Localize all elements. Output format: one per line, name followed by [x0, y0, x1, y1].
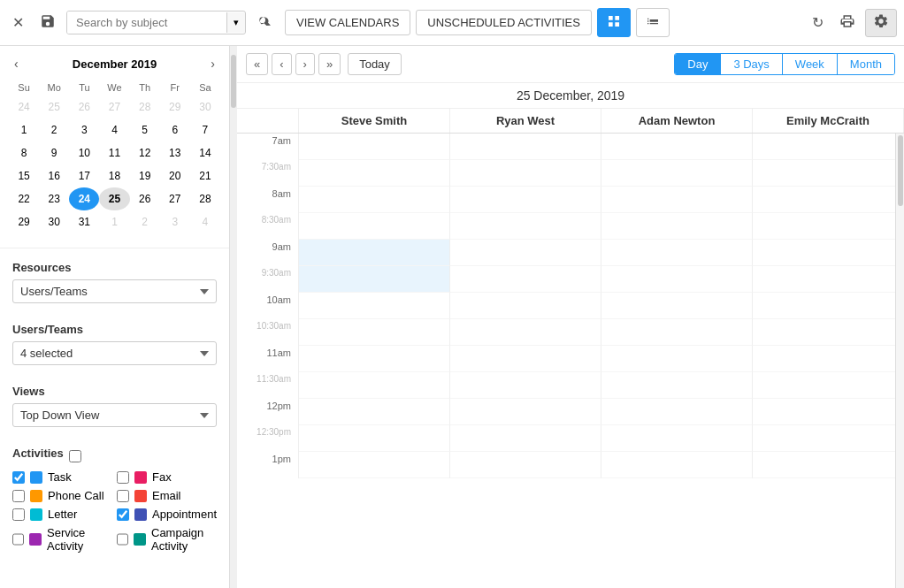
activity-checkbox[interactable]: [12, 533, 24, 546]
mini-cal-day-cell[interactable]: 9: [39, 141, 69, 164]
cal-time-cell[interactable]: [299, 266, 450, 293]
grid-view-button[interactable]: [597, 8, 631, 37]
cal-time-cell[interactable]: [753, 240, 904, 266]
activity-checkbox[interactable]: [117, 508, 129, 521]
cal-time-cell[interactable]: [299, 187, 450, 213]
mini-cal-day-cell[interactable]: 27: [160, 187, 190, 210]
cal-time-cell[interactable]: [753, 399, 904, 425]
mini-cal-day-cell[interactable]: 13: [160, 141, 190, 164]
search-dropdown-button[interactable]: ▾: [226, 12, 245, 33]
cal-time-cell[interactable]: [299, 372, 450, 399]
cal-prev-button[interactable]: ‹: [272, 53, 291, 75]
mini-cal-day-cell[interactable]: 18: [99, 164, 129, 187]
close-button[interactable]: ✕: [7, 11, 29, 34]
cal-time-cell[interactable]: [753, 372, 904, 399]
cal-time-cell[interactable]: [450, 425, 601, 452]
cal-time-cell[interactable]: [450, 452, 601, 478]
cal-last-button[interactable]: »: [318, 53, 341, 75]
cal-time-cell[interactable]: [753, 160, 904, 187]
cal-time-cell[interactable]: [601, 134, 753, 160]
search-input[interactable]: [67, 11, 226, 34]
cal-time-cell[interactable]: [601, 266, 753, 293]
cal-time-cell[interactable]: [601, 213, 753, 240]
cal-time-cell[interactable]: [299, 293, 450, 319]
search-icon-button[interactable]: [251, 10, 280, 35]
settings-button[interactable]: [865, 9, 897, 37]
cal-time-cell[interactable]: [601, 160, 753, 187]
mini-cal-day-cell[interactable]: 1: [99, 210, 129, 233]
cal-time-cell[interactable]: [753, 319, 904, 346]
cal-time-cell[interactable]: [601, 293, 753, 319]
cal-time-cell[interactable]: [450, 134, 601, 160]
mini-cal-day-cell[interactable]: 3: [69, 118, 99, 141]
mini-cal-day-cell[interactable]: 29: [9, 210, 39, 233]
activity-checkbox[interactable]: [117, 533, 128, 546]
cal-time-cell[interactable]: [450, 372, 601, 399]
cal-time-cell[interactable]: [450, 160, 601, 187]
print-button[interactable]: [833, 9, 862, 37]
refresh-button[interactable]: ↻: [806, 10, 830, 35]
cal-time-cell[interactable]: [753, 425, 904, 452]
mini-cal-day-cell[interactable]: 14: [190, 141, 220, 164]
cal-time-cell[interactable]: [601, 452, 753, 478]
cal-view-btn-week[interactable]: Week: [783, 54, 838, 74]
activity-checkbox[interactable]: [12, 471, 25, 484]
cal-time-cell[interactable]: [299, 160, 450, 187]
cal-time-cell[interactable]: [601, 187, 753, 213]
mini-cal-day-cell[interactable]: 4: [190, 210, 220, 233]
mini-cal-day-cell[interactable]: 28: [190, 187, 220, 210]
cal-time-cell[interactable]: [299, 452, 450, 478]
mini-cal-day-cell[interactable]: 26: [69, 95, 99, 118]
cal-time-cell[interactable]: [753, 452, 904, 478]
cal-time-cell[interactable]: [450, 293, 601, 319]
mini-cal-day-cell[interactable]: 12: [130, 141, 160, 164]
users-teams-select[interactable]: 4 selected: [12, 341, 217, 365]
cal-time-cell[interactable]: [601, 240, 753, 266]
cal-time-cell[interactable]: [299, 213, 450, 240]
cal-next-button[interactable]: ›: [295, 53, 315, 75]
cal-time-cell[interactable]: [450, 346, 601, 372]
cal-time-cell[interactable]: [299, 134, 450, 160]
cal-time-cell[interactable]: [601, 425, 753, 452]
sidebar-scrollbar[interactable]: [230, 46, 237, 588]
mini-cal-day-cell[interactable]: 21: [190, 164, 220, 187]
mini-cal-day-cell[interactable]: 25: [99, 187, 129, 210]
mini-cal-day-cell[interactable]: 10: [69, 141, 99, 164]
cal-time-cell[interactable]: [601, 319, 753, 346]
cal-today-button[interactable]: Today: [348, 53, 402, 75]
list-view-button[interactable]: [636, 8, 670, 37]
save-button[interactable]: [34, 10, 61, 36]
cal-time-cell[interactable]: [601, 399, 753, 425]
mini-cal-day-cell[interactable]: 17: [69, 164, 99, 187]
mini-cal-day-cell[interactable]: 1: [9, 118, 39, 141]
cal-time-cell[interactable]: [753, 134, 904, 160]
mini-cal-day-cell[interactable]: 20: [160, 164, 190, 187]
activities-select-all-checkbox[interactable]: [69, 450, 81, 462]
cal-time-cell[interactable]: [450, 266, 601, 293]
mini-cal-day-cell[interactable]: 5: [130, 118, 160, 141]
mini-cal-day-cell[interactable]: 26: [130, 187, 160, 210]
mini-cal-next-button[interactable]: ›: [205, 55, 220, 73]
cal-time-cell[interactable]: [450, 187, 601, 213]
mini-cal-day-cell[interactable]: 24: [69, 187, 99, 210]
mini-cal-day-cell[interactable]: 19: [130, 164, 160, 187]
mini-cal-day-cell[interactable]: 7: [190, 118, 220, 141]
mini-cal-day-cell[interactable]: 6: [160, 118, 190, 141]
cal-time-cell[interactable]: [299, 425, 450, 452]
mini-cal-day-cell[interactable]: 16: [39, 164, 69, 187]
mini-cal-day-cell[interactable]: 31: [69, 210, 99, 233]
mini-cal-day-cell[interactable]: 30: [190, 95, 220, 118]
cal-view-btn-month[interactable]: Month: [838, 54, 894, 74]
mini-cal-day-cell[interactable]: 25: [39, 95, 69, 118]
mini-cal-day-cell[interactable]: 2: [130, 210, 160, 233]
activity-checkbox[interactable]: [117, 490, 129, 502]
mini-cal-day-cell[interactable]: 4: [99, 118, 129, 141]
cal-time-cell[interactable]: [601, 372, 753, 399]
cal-scrollbar[interactable]: [895, 109, 904, 588]
mini-cal-day-cell[interactable]: 27: [99, 95, 129, 118]
cal-time-cell[interactable]: [753, 293, 904, 319]
activity-checkbox[interactable]: [117, 471, 129, 484]
cal-time-cell[interactable]: [450, 240, 601, 266]
cal-time-cell[interactable]: [601, 346, 753, 372]
mini-cal-day-cell[interactable]: 24: [9, 95, 39, 118]
